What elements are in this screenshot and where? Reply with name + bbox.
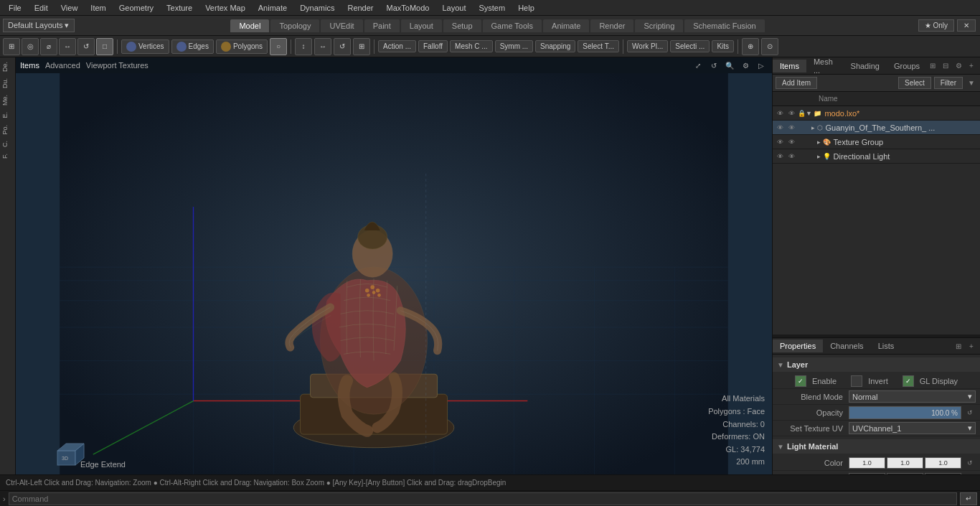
menu-item-render[interactable]: Render (341, 2, 379, 14)
menu-item-vertex map[interactable]: Vertex Map (199, 2, 251, 14)
menu-item-edit[interactable]: Edit (29, 2, 54, 14)
lock-3[interactable] (797, 152, 806, 161)
layer-section-header[interactable]: ▼ Layer (773, 357, 980, 372)
sidebar-btn-me[interactable]: Me. (1, 92, 14, 108)
transform-4[interactable]: ⊞ (353, 38, 370, 55)
filter-btn[interactable]: Filter (934, 77, 963, 89)
shadow-swatch-g[interactable]: 0.0 (887, 473, 923, 475)
items-add-icon[interactable]: + (966, 60, 977, 72)
vp-ctrl-1[interactable]: ⤢ (692, 59, 705, 72)
menu-item-file[interactable]: File (3, 2, 27, 14)
menu-item-dynamics[interactable]: Dynamics (294, 2, 340, 14)
edges-btn[interactable]: Edges (171, 39, 214, 54)
enable-checkbox[interactable]: ✓ (795, 375, 806, 387)
item-row-3[interactable]: 👁 👁 ▸ 💡 Directional Light (773, 149, 980, 164)
select-mode-btn[interactable]: ○ (270, 38, 287, 55)
items-tab-shading[interactable]: Shading (844, 60, 887, 72)
menu-item-animate[interactable]: Animate (253, 2, 293, 14)
blend-mode-dropdown[interactable]: Normal ▾ (849, 390, 976, 403)
icon-btn-3[interactable]: ⌀ (40, 38, 57, 55)
item-row-1[interactable]: 👁 👁 ▸ ⬡ Guanyin_Of_The_Southern_ ... (773, 121, 980, 135)
items-tab-mesh[interactable]: Mesh ... (806, 55, 844, 77)
shadow-color-reset[interactable]: ↺ (964, 473, 976, 475)
color-swatch-g[interactable]: 1.0 (887, 457, 923, 469)
menu-item-texture[interactable]: Texture (161, 2, 198, 14)
items-tab-items[interactable]: Items (773, 60, 806, 72)
viewport-tab-perspective[interactable]: Items (20, 61, 39, 70)
eye-2b[interactable]: 👁 (786, 136, 797, 148)
menu-item-geometry[interactable]: Geometry (113, 2, 159, 14)
transform-3[interactable]: ↺ (334, 38, 351, 55)
color-swatch-b[interactable]: 1.0 (925, 457, 961, 469)
select-btn[interactable]: Select (898, 77, 931, 89)
transform-1[interactable]: ↕ (295, 38, 312, 55)
layout-dropdown[interactable]: Default Layouts ▾ (3, 19, 75, 32)
icon-btn-4[interactable]: ↔ (59, 38, 76, 55)
vp-ctrl-4[interactable]: ⚙ (739, 59, 752, 72)
falloff-btn[interactable]: Falloff (418, 40, 448, 52)
tab-game-tools[interactable]: Game Tools (483, 19, 542, 32)
invert-checkbox[interactable] (851, 375, 862, 387)
sidebar-btn-du[interactable]: Du. (1, 75, 14, 91)
light-material-section-header[interactable]: ▼ Light Material (773, 439, 980, 454)
items-tab-groups[interactable]: Groups (887, 60, 927, 72)
tab-layout[interactable]: Layout (401, 19, 442, 32)
eye-1[interactable]: 👁 (774, 122, 786, 133)
viewport-tab-advanced[interactable]: Advanced (45, 61, 80, 70)
eye-3b[interactable]: 👁 (786, 151, 797, 162)
color-swatch-r[interactable]: 1.0 (849, 457, 885, 469)
shadow-swatch-b[interactable]: 0.0 (925, 473, 961, 475)
tab-animate[interactable]: Animate (543, 19, 589, 32)
nav-cube[interactable]: 3D (52, 440, 80, 469)
command-enter-btn[interactable]: ↵ (960, 492, 977, 505)
add-item-btn[interactable]: Add Item (776, 77, 817, 89)
prop-add-icon[interactable]: + (966, 340, 977, 352)
vertices-btn[interactable]: Vertices (121, 39, 169, 54)
vp-ctrl-5[interactable]: ▷ (755, 59, 768, 72)
eye-0b[interactable]: 👁 (786, 108, 797, 119)
eye-0[interactable]: 👁 (774, 108, 786, 119)
tab-paint[interactable]: Paint (364, 19, 400, 32)
tab-topology[interactable]: Topology (270, 19, 319, 32)
vp-ctrl-3[interactable]: 🔍 (723, 59, 736, 72)
items-expand-icon[interactable]: ⊟ (940, 60, 951, 72)
viewport[interactable]: Items Advanced Viewport Textures ⤢ ↺ 🔍 ⚙… (16, 57, 772, 474)
items-collapse-icon[interactable]: ⊞ (927, 60, 938, 72)
toolbar-right-btn-1[interactable]: ✕ (957, 19, 976, 32)
menu-item-system[interactable]: System (473, 2, 511, 14)
mesh-btn[interactable]: Mesh C ... (450, 40, 493, 52)
menu-item-layout[interactable]: Layout (436, 2, 471, 14)
prop-expand-icon[interactable]: ⊞ (953, 340, 964, 352)
icon-btn-5[interactable]: ↺ (77, 38, 95, 55)
action-btn[interactable]: Action ... (378, 40, 416, 52)
icon-btn-2[interactable]: ◎ (22, 38, 39, 55)
texture-uv-dropdown[interactable]: UVChannel_1 ▾ (849, 422, 976, 434)
tab-scripting[interactable]: Scripting (635, 19, 683, 32)
eye-1b[interactable]: 👁 (786, 122, 797, 133)
icon-right-1[interactable]: ⊕ (742, 38, 759, 55)
work-pl-btn[interactable]: Work Pl... (627, 40, 668, 52)
tab-setup[interactable]: Setup (443, 19, 481, 32)
toolbar-right-btn-0[interactable]: ★ Only (918, 19, 954, 32)
viewport-tab-textures[interactable]: Viewport Textures (86, 61, 149, 70)
menu-item-view[interactable]: View (55, 2, 84, 14)
selecti-btn[interactable]: Selecti ... (670, 40, 710, 52)
prop-tab-properties[interactable]: Properties (773, 339, 823, 352)
prop-tab-channels[interactable]: Channels (823, 339, 870, 352)
command-input[interactable] (9, 492, 957, 505)
symm-btn[interactable]: Symm ... (495, 40, 533, 52)
item-row-0[interactable]: 👁 👁 🔒 ▼ 📁 modo.lxo* (773, 106, 980, 121)
sidebar-btn-e[interactable]: E. (1, 109, 14, 121)
tab-render[interactable]: Render (590, 19, 633, 32)
opacity-reset[interactable]: ↺ (964, 407, 976, 418)
item-row-2[interactable]: 👁 👁 ▸ 🎨 Texture Group (773, 135, 980, 149)
menu-item-help[interactable]: Help (512, 2, 540, 14)
icon-right-2[interactable]: ⊙ (761, 38, 778, 55)
tab-model[interactable]: Model (230, 19, 269, 32)
menu-item-maxtomodo[interactable]: MaxToModo (381, 2, 435, 14)
transform-2[interactable]: ↔ (314, 38, 331, 55)
icon-btn-6[interactable]: □ (96, 38, 113, 55)
lock-0[interactable]: 🔒 (797, 109, 806, 118)
lock-2[interactable] (797, 138, 806, 146)
opacity-slider[interactable]: 100.0 % (849, 406, 961, 419)
